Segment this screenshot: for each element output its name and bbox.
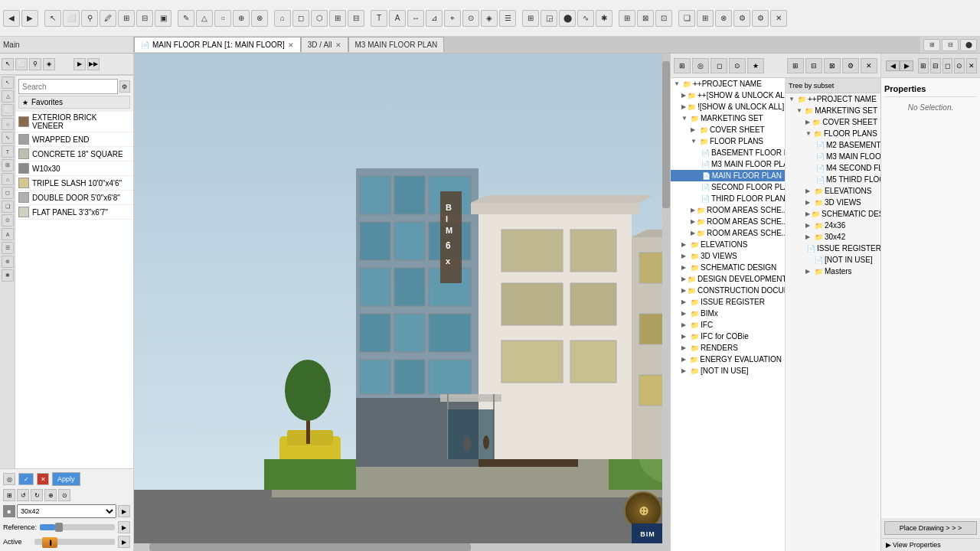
viewport-vscroll[interactable] xyxy=(662,54,670,543)
settings-btn[interactable]: ⚙ xyxy=(752,10,769,27)
rp-settings-btn[interactable]: ⚙ xyxy=(842,58,859,73)
combo-arrow[interactable]: ▶ xyxy=(118,505,130,517)
apply-icon-1[interactable]: ◎ xyxy=(3,473,15,485)
tree-item[interactable]: ▶ 📁 COVER SHEET xyxy=(671,124,785,135)
tab-m3[interactable]: M3 MAIN FLOOR PLAN xyxy=(348,37,445,52)
vtool-14[interactable]: ⊕ xyxy=(2,256,14,268)
tab-3d[interactable]: 3D / All ✕ xyxy=(301,37,348,52)
far-del-btn[interactable]: ⊟ xyxy=(930,58,941,73)
far-icon-2[interactable]: ⊙ xyxy=(954,58,965,73)
left-tool-4[interactable]: ◈ xyxy=(43,58,55,70)
bottom-icon-1[interactable]: ⊞ xyxy=(3,489,15,501)
tree-item[interactable]: ▶ 📁 ++[SHOW & UNLOCK ALL] xyxy=(671,90,785,101)
tool-23[interactable]: ☰ xyxy=(499,10,516,27)
vtool-11[interactable]: ⊙ xyxy=(2,214,14,227)
tree-item[interactable]: ▶ 📁 CONSTRUCTION DOCUM... xyxy=(671,285,785,296)
subset-item[interactable]: ▼ 📁 ++PROJECT NAME xyxy=(786,93,880,105)
tool-eyedrop[interactable]: 🖉 xyxy=(100,10,116,27)
vtool-2[interactable]: △ xyxy=(2,90,14,103)
tool-12[interactable]: ◻ xyxy=(292,10,309,27)
tool-7[interactable]: △ xyxy=(196,10,213,27)
tool-8[interactable]: ○ xyxy=(214,10,231,27)
tree-item[interactable]: ▶ 📁 SCHEMATIC DESIGN xyxy=(671,262,785,273)
tool-6[interactable]: ✎ xyxy=(178,10,194,27)
tool-3[interactable]: ⊞ xyxy=(118,10,135,27)
subset-item[interactable]: ▶ 📁 COVER SHEET xyxy=(786,116,880,128)
subset-item[interactable]: 📄 [NOT IN USE] xyxy=(786,254,880,266)
rp-btn-4[interactable]: ⊙ xyxy=(729,58,746,73)
active-slider-thumb[interactable]: ▐ xyxy=(42,537,57,548)
ref-end-btn[interactable]: ▶ xyxy=(118,521,130,533)
subset-item[interactable]: ▼ 📁 FLOOR PLANS xyxy=(786,128,880,139)
tool-13[interactable]: ⬡ xyxy=(311,10,328,27)
tree-item[interactable]: ▶ 📁 [NOT IN USE] xyxy=(671,365,785,377)
tab-close-3d[interactable]: ✕ xyxy=(335,41,341,49)
rp-btn-2[interactable]: ◎ xyxy=(692,58,709,73)
vtool-15[interactable]: ✱ xyxy=(2,269,14,282)
tree-item-selected[interactable]: 📄 MAIN FLOOR PLAN xyxy=(671,170,785,181)
list-item[interactable]: TRIPLE SLASH 10'0"x4'6" xyxy=(15,176,133,191)
tree-item[interactable]: ▶ 📁 ROOM AREAS SCHE... xyxy=(671,204,785,216)
tree-item[interactable]: ▶ 📁 ![SHOW & UNLOCK ALL] xyxy=(671,101,785,112)
left-tool-5[interactable]: ▶ xyxy=(74,58,86,70)
tool-4[interactable]: ⊟ xyxy=(136,10,153,27)
tool-9[interactable]: ⊕ xyxy=(233,10,250,27)
apply-icon-2[interactable]: ✓ xyxy=(18,473,34,485)
bottom-icon-3[interactable]: ↻ xyxy=(31,489,43,501)
rp-btn-3[interactable]: ◻ xyxy=(710,58,727,73)
left-tool-1[interactable]: ↖ xyxy=(2,58,14,70)
list-item[interactable]: EXTERIOR BRICK VENEER xyxy=(15,112,133,132)
fwd-btn[interactable]: ▶ xyxy=(21,10,38,27)
tool-5[interactable]: ▣ xyxy=(155,10,172,27)
tree-item[interactable]: ▶ 📁 RENDERS xyxy=(671,342,785,354)
vtool-9[interactable]: ◻ xyxy=(2,187,14,199)
subset-item[interactable]: ▶ 📁 SCHEMATIC DESIGN xyxy=(786,208,880,220)
tree-item[interactable]: ▶ 📁 3D VIEWS xyxy=(671,250,785,262)
tree-item[interactable]: ▼ 📁 FLOOR PLANS xyxy=(671,135,785,147)
subset-item[interactable]: ▶ 📁 3D VIEWS xyxy=(786,197,880,208)
vtool-4[interactable]: ○ xyxy=(2,118,14,130)
tree-root[interactable]: ▼ 📁 ++PROJECT NAME xyxy=(671,78,785,90)
vtool-5[interactable]: ∿ xyxy=(2,132,14,144)
tree-item[interactable]: 📄 BASEMENT FLOOR PL... xyxy=(671,147,785,158)
left-tool-2[interactable]: ⬜ xyxy=(15,58,28,70)
apply-icon-3[interactable]: ✕ xyxy=(37,473,49,485)
place-drawing-button[interactable]: Place Drawing > > > xyxy=(884,521,977,535)
far-add-btn[interactable]: ⊞ xyxy=(918,58,929,73)
subset-item[interactable]: 📄 M5 THIRD FLOOR PL... xyxy=(786,174,880,185)
back-btn[interactable]: ◀ xyxy=(3,10,20,27)
tool-11[interactable]: ⌂ xyxy=(274,10,291,27)
subset-item[interactable]: ▶ 📁 Masters xyxy=(786,266,880,277)
bottom-icon-5[interactable]: ⊙ xyxy=(58,489,70,501)
combo-select[interactable]: 30x42 xyxy=(17,504,116,518)
tool-18[interactable]: ↔ xyxy=(407,10,424,27)
list-item[interactable]: CONCRETE 18" SQUARE xyxy=(15,147,133,161)
active-end-btn[interactable]: ▶ xyxy=(118,536,130,548)
far-close-btn[interactable]: ✕ xyxy=(966,58,977,73)
rp-new-btn[interactable]: ⊟ xyxy=(805,58,822,73)
tab-close-main[interactable]: ✕ xyxy=(288,41,294,49)
vtool-8[interactable]: ⌂ xyxy=(2,173,14,185)
tree-item[interactable]: ▶ 📁 DESIGN DEVELOPMENT xyxy=(671,273,785,285)
tab-main-floor-plan[interactable]: 📄 MAIN FLOOR PLAN [1: MAIN FLOOR] ✕ xyxy=(134,37,301,52)
subset-item[interactable]: ▼ 📁 MARKETING SET xyxy=(786,105,880,116)
tool-28[interactable]: ✱ xyxy=(596,10,612,27)
tree-item[interactable]: ▶ 📁 ROOM AREAS SCHE... xyxy=(671,216,785,227)
vtool-10[interactable]: ❑ xyxy=(2,201,14,213)
tool-35[interactable]: ⚙ xyxy=(733,10,750,27)
rp-btn-5[interactable]: ★ xyxy=(747,58,764,73)
far-left-scroll-btn[interactable]: ◀ xyxy=(886,60,900,71)
tool-arrow[interactable]: ↖ xyxy=(44,10,61,27)
tree-item[interactable]: ▼ 📁 MARKETING SET xyxy=(671,112,785,124)
bottom-icon-2[interactable]: ↺ xyxy=(17,489,29,501)
subset-item[interactable]: ▶ 📁 30x42 xyxy=(786,231,880,243)
tool-14[interactable]: ⊞ xyxy=(329,10,346,27)
tree-item[interactable]: ▶ 📁 ISSUE REGISTER xyxy=(671,296,785,308)
tree-item[interactable]: ▶ 📁 IFC xyxy=(671,319,785,331)
list-item[interactable]: DOUBLE DOOR 5'0"x6'8" xyxy=(15,191,133,205)
subset-item[interactable]: ▶ 📁 24x36 xyxy=(786,220,880,231)
subset-item[interactable]: ▶ 📁 ELEVATIONS xyxy=(786,185,880,197)
left-tool-6[interactable]: ▶▶ xyxy=(87,58,100,70)
tree-item[interactable]: ▶ 📁 ENERGY EVALUATION xyxy=(671,354,785,365)
rp-close-btn[interactable]: ✕ xyxy=(861,58,877,73)
